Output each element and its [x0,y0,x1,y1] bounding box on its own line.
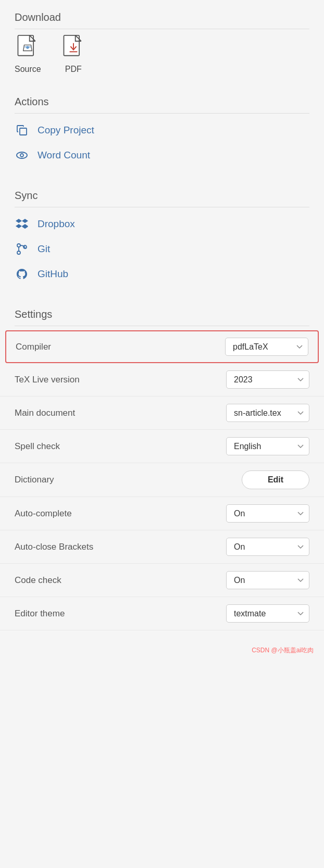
github-button[interactable]: GitHub [15,262,309,287]
compiler-row: Compiler pdfLaTeX LaTeX XeLaTeX LuaLaTeX [5,330,319,363]
section-title-actions: Actions [0,84,324,113]
section-title-sync: Sync [0,178,324,207]
copy-project-label: Copy Project [38,125,94,136]
compiler-label: Compiler [16,342,51,352]
actions-section: Copy Project Word Count [0,114,324,178]
github-label: GitHub [38,268,68,280]
dictionary-edit-button[interactable]: Edit [242,470,309,489]
copy-icon [15,123,29,138]
compiler-select[interactable]: pdfLaTeX LaTeX XeLaTeX LuaLaTeX [225,338,308,356]
spell-check-select[interactable]: English French Spanish German [226,437,309,455]
pdf-download-button[interactable]: PDF [62,34,85,74]
settings-section: Compiler pdfLaTeX LaTeX XeLaTeX LuaLaTeX… [0,326,324,641]
code-check-row: Code check On Off [0,564,324,597]
autocomplete-label: Auto-complete [15,509,72,519]
source-download-button[interactable]: Source [15,34,41,74]
code-check-label: Code check [15,575,61,586]
svg-rect-6 [20,128,27,135]
svg-point-14 [17,244,20,247]
tex-live-row: TeX Live version 2023 2022 2021 [0,363,324,396]
auto-close-select[interactable]: On Off [226,538,309,556]
svg-point-7 [17,152,27,158]
code-check-select[interactable]: On Off [226,571,309,589]
git-icon [15,242,29,256]
autocomplete-select[interactable]: On Off [226,504,309,523]
autocomplete-row: Auto-complete On Off [0,497,324,530]
dictionary-row: Dictionary Edit [0,463,324,497]
watermark: CSDN @小瓶盖ai吃肉 [0,641,324,660]
source-label: Source [15,65,41,74]
github-icon [15,267,29,281]
spell-check-label: Spell check [15,441,60,452]
editor-theme-select[interactable]: textmate monokai dracula [226,604,309,623]
section-title-settings: Settings [0,297,324,326]
section-title-download: Download [0,0,324,29]
source-icon [16,34,39,60]
auto-close-label: Auto-close Brackets [15,542,93,552]
word-count-button[interactable]: Word Count [15,143,309,168]
auto-close-row: Auto-close Brackets On Off [0,530,324,564]
download-section: Source PDF [0,29,324,84]
git-button[interactable]: Git [15,237,309,262]
dropbox-label: Dropbox [38,218,75,230]
sync-section: Dropbox Git GitHub [0,207,324,297]
word-count-label: Word Count [38,150,90,161]
pdf-icon [62,34,85,60]
git-label: Git [38,243,50,255]
main-doc-row: Main document sn-article.tex [0,396,324,430]
main-doc-select[interactable]: sn-article.tex [226,404,309,422]
svg-rect-3 [64,35,79,56]
panel: Download Source [0,0,324,660]
tex-live-label: TeX Live version [15,375,80,385]
svg-marker-9 [16,219,22,223]
dictionary-label: Dictionary [15,475,54,485]
main-doc-label: Main document [15,408,75,418]
dropbox-icon [15,217,29,231]
svg-marker-10 [22,219,28,223]
editor-theme-row: Editor theme textmate monokai dracula [0,597,324,630]
eye-icon [15,148,29,163]
svg-marker-13 [22,225,28,229]
svg-marker-11 [16,224,22,228]
svg-point-1 [27,46,30,49]
svg-point-8 [20,154,23,157]
tex-live-select[interactable]: 2023 2022 2021 [226,370,309,389]
svg-point-15 [17,251,20,254]
dropbox-button[interactable]: Dropbox [15,212,309,237]
editor-theme-label: Editor theme [15,609,65,619]
spell-check-row: Spell check English French Spanish Germa… [0,430,324,463]
copy-project-button[interactable]: Copy Project [15,118,309,143]
pdf-label: PDF [65,65,82,74]
